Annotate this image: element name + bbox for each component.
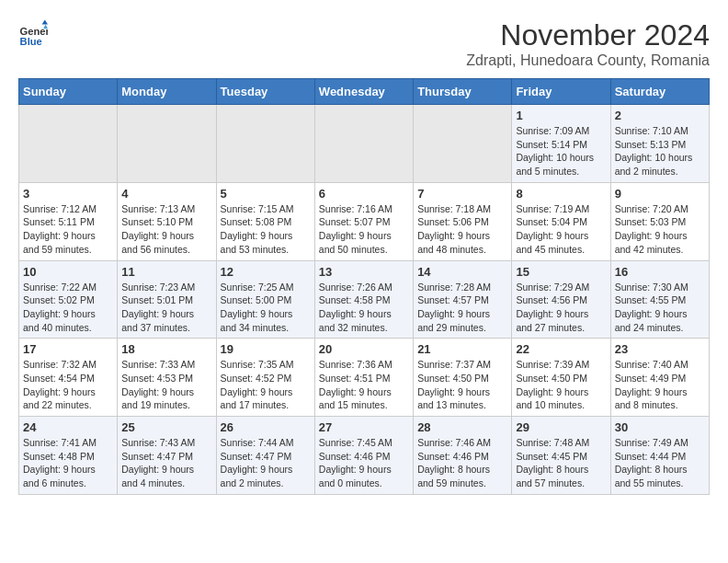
svg-text:General: General bbox=[20, 26, 48, 37]
day-number: 12 bbox=[221, 265, 311, 279]
day-info: Sunrise: 7:32 AM Sunset: 4:54 PM Dayligh… bbox=[23, 358, 113, 412]
day-info: Sunrise: 7:12 AM Sunset: 5:11 PM Dayligh… bbox=[23, 202, 113, 257]
calendar-cell: 23Sunrise: 7:40 AM Sunset: 4:49 PM Dayli… bbox=[610, 339, 709, 417]
day-number: 19 bbox=[221, 342, 311, 356]
day-number: 27 bbox=[319, 420, 409, 434]
calendar-cell: 22Sunrise: 7:39 AM Sunset: 4:50 PM Dayli… bbox=[512, 339, 610, 417]
calendar-cell: 28Sunrise: 7:46 AM Sunset: 4:46 PM Dayli… bbox=[414, 417, 512, 495]
calendar-cell: 9Sunrise: 7:20 AM Sunset: 5:03 PM Daylig… bbox=[610, 182, 709, 260]
month-title: November 2024 bbox=[466, 18, 710, 52]
day-info: Sunrise: 7:13 AM Sunset: 5:10 PM Dayligh… bbox=[121, 202, 211, 257]
calendar-week-row: 3Sunrise: 7:12 AM Sunset: 5:11 PM Daylig… bbox=[19, 182, 710, 260]
day-number: 3 bbox=[23, 187, 113, 201]
weekday-header: Saturday bbox=[610, 79, 709, 105]
day-info: Sunrise: 7:49 AM Sunset: 4:44 PM Dayligh… bbox=[615, 436, 705, 490]
day-info: Sunrise: 7:20 AM Sunset: 5:03 PM Dayligh… bbox=[615, 202, 705, 257]
calendar-cell: 17Sunrise: 7:32 AM Sunset: 4:54 PM Dayli… bbox=[19, 339, 118, 417]
calendar-cell: 4Sunrise: 7:13 AM Sunset: 5:10 PM Daylig… bbox=[118, 182, 216, 260]
calendar-week-row: 24Sunrise: 7:41 AM Sunset: 4:48 PM Dayli… bbox=[19, 417, 710, 495]
day-number: 26 bbox=[221, 420, 311, 434]
day-number: 25 bbox=[121, 420, 211, 434]
location: Zdrapti, Hunedoara County, Romania bbox=[466, 52, 710, 69]
title-block: November 2024 Zdrapti, Hunedoara County,… bbox=[466, 18, 710, 69]
calendar-cell bbox=[314, 105, 413, 183]
day-number: 8 bbox=[516, 187, 606, 201]
day-number: 9 bbox=[615, 187, 705, 201]
calendar-cell: 12Sunrise: 7:25 AM Sunset: 5:00 PM Dayli… bbox=[216, 260, 314, 339]
calendar-cell: 13Sunrise: 7:26 AM Sunset: 4:58 PM Dayli… bbox=[314, 260, 413, 339]
day-info: Sunrise: 7:41 AM Sunset: 4:48 PM Dayligh… bbox=[23, 436, 113, 490]
calendar-cell: 2Sunrise: 7:10 AM Sunset: 5:13 PM Daylig… bbox=[610, 105, 709, 183]
day-number: 30 bbox=[615, 420, 705, 434]
calendar-cell: 29Sunrise: 7:48 AM Sunset: 4:45 PM Dayli… bbox=[512, 417, 610, 495]
weekday-header: Friday bbox=[512, 79, 610, 105]
calendar-cell bbox=[216, 105, 314, 183]
calendar-cell: 26Sunrise: 7:44 AM Sunset: 4:47 PM Dayli… bbox=[216, 417, 314, 495]
day-info: Sunrise: 7:40 AM Sunset: 4:49 PM Dayligh… bbox=[615, 358, 705, 412]
calendar-week-row: 17Sunrise: 7:32 AM Sunset: 4:54 PM Dayli… bbox=[19, 339, 710, 417]
day-info: Sunrise: 7:37 AM Sunset: 4:50 PM Dayligh… bbox=[417, 358, 507, 412]
weekday-header: Wednesday bbox=[314, 79, 413, 105]
calendar-cell: 30Sunrise: 7:49 AM Sunset: 4:44 PM Dayli… bbox=[610, 417, 709, 495]
weekday-header: Thursday bbox=[414, 79, 512, 105]
day-number: 23 bbox=[615, 342, 705, 356]
weekday-header-row: SundayMondayTuesdayWednesdayThursdayFrid… bbox=[19, 79, 710, 105]
day-number: 7 bbox=[417, 187, 507, 201]
weekday-header: Tuesday bbox=[216, 79, 314, 105]
day-info: Sunrise: 7:15 AM Sunset: 5:08 PM Dayligh… bbox=[221, 202, 311, 257]
calendar-cell: 1Sunrise: 7:09 AM Sunset: 5:14 PM Daylig… bbox=[512, 105, 610, 183]
calendar-cell: 15Sunrise: 7:29 AM Sunset: 4:56 PM Dayli… bbox=[512, 260, 610, 339]
day-info: Sunrise: 7:25 AM Sunset: 5:00 PM Dayligh… bbox=[221, 281, 311, 335]
calendar-cell: 14Sunrise: 7:28 AM Sunset: 4:57 PM Dayli… bbox=[414, 260, 512, 339]
day-number: 16 bbox=[615, 265, 705, 279]
svg-text:Blue: Blue bbox=[20, 36, 42, 47]
day-info: Sunrise: 7:35 AM Sunset: 4:52 PM Dayligh… bbox=[221, 358, 311, 412]
day-info: Sunrise: 7:45 AM Sunset: 4:46 PM Dayligh… bbox=[319, 436, 409, 490]
day-info: Sunrise: 7:28 AM Sunset: 4:57 PM Dayligh… bbox=[417, 281, 507, 335]
day-number: 28 bbox=[417, 420, 507, 434]
day-number: 14 bbox=[417, 265, 507, 279]
day-info: Sunrise: 7:46 AM Sunset: 4:46 PM Dayligh… bbox=[417, 436, 507, 490]
day-number: 11 bbox=[121, 265, 211, 279]
calendar-cell: 6Sunrise: 7:16 AM Sunset: 5:07 PM Daylig… bbox=[314, 182, 413, 260]
calendar-cell: 11Sunrise: 7:23 AM Sunset: 5:01 PM Dayli… bbox=[118, 260, 216, 339]
day-info: Sunrise: 7:26 AM Sunset: 4:58 PM Dayligh… bbox=[319, 281, 409, 335]
calendar-cell: 20Sunrise: 7:36 AM Sunset: 4:51 PM Dayli… bbox=[314, 339, 413, 417]
calendar-cell bbox=[19, 105, 118, 183]
calendar-cell: 16Sunrise: 7:30 AM Sunset: 4:55 PM Dayli… bbox=[610, 260, 709, 339]
calendar-cell: 27Sunrise: 7:45 AM Sunset: 4:46 PM Dayli… bbox=[314, 417, 413, 495]
day-info: Sunrise: 7:19 AM Sunset: 5:04 PM Dayligh… bbox=[516, 202, 606, 257]
calendar-cell: 19Sunrise: 7:35 AM Sunset: 4:52 PM Dayli… bbox=[216, 339, 314, 417]
day-number: 2 bbox=[615, 109, 705, 122]
calendar-cell bbox=[118, 105, 216, 183]
calendar-cell: 3Sunrise: 7:12 AM Sunset: 5:11 PM Daylig… bbox=[19, 182, 118, 260]
day-info: Sunrise: 7:09 AM Sunset: 5:14 PM Dayligh… bbox=[516, 124, 606, 178]
calendar-cell: 24Sunrise: 7:41 AM Sunset: 4:48 PM Dayli… bbox=[19, 417, 118, 495]
calendar-cell bbox=[414, 105, 512, 183]
day-number: 21 bbox=[417, 342, 507, 356]
day-info: Sunrise: 7:43 AM Sunset: 4:47 PM Dayligh… bbox=[121, 436, 211, 490]
logo: General Blue bbox=[18, 18, 48, 48]
calendar-cell: 21Sunrise: 7:37 AM Sunset: 4:50 PM Dayli… bbox=[414, 339, 512, 417]
calendar-cell: 25Sunrise: 7:43 AM Sunset: 4:47 PM Dayli… bbox=[118, 417, 216, 495]
svg-marker-2 bbox=[42, 20, 48, 25]
weekday-header: Monday bbox=[118, 79, 216, 105]
day-info: Sunrise: 7:22 AM Sunset: 5:02 PM Dayligh… bbox=[23, 281, 113, 335]
day-info: Sunrise: 7:36 AM Sunset: 4:51 PM Dayligh… bbox=[319, 358, 409, 412]
calendar-cell: 18Sunrise: 7:33 AM Sunset: 4:53 PM Dayli… bbox=[118, 339, 216, 417]
calendar-cell: 5Sunrise: 7:15 AM Sunset: 5:08 PM Daylig… bbox=[216, 182, 314, 260]
day-info: Sunrise: 7:23 AM Sunset: 5:01 PM Dayligh… bbox=[121, 281, 211, 335]
day-info: Sunrise: 7:39 AM Sunset: 4:50 PM Dayligh… bbox=[516, 358, 606, 412]
day-info: Sunrise: 7:16 AM Sunset: 5:07 PM Dayligh… bbox=[319, 202, 409, 257]
day-number: 5 bbox=[221, 187, 311, 201]
logo-icon: General Blue bbox=[18, 18, 48, 48]
day-info: Sunrise: 7:10 AM Sunset: 5:13 PM Dayligh… bbox=[615, 124, 705, 178]
day-number: 17 bbox=[23, 342, 113, 356]
day-number: 10 bbox=[23, 265, 113, 279]
day-number: 1 bbox=[516, 109, 606, 122]
day-number: 29 bbox=[516, 420, 606, 434]
day-number: 24 bbox=[23, 420, 113, 434]
day-info: Sunrise: 7:18 AM Sunset: 5:06 PM Dayligh… bbox=[417, 202, 507, 257]
weekday-header: Sunday bbox=[19, 79, 118, 105]
day-info: Sunrise: 7:33 AM Sunset: 4:53 PM Dayligh… bbox=[121, 358, 211, 412]
